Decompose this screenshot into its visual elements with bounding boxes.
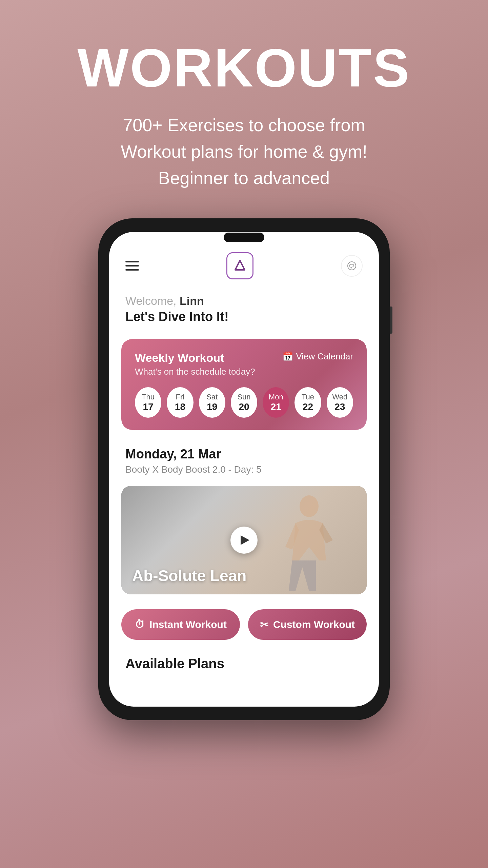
instant-workout-button[interactable]: ⏱ Instant Workout — [121, 609, 240, 640]
day-number: 23 — [334, 401, 345, 412]
chat-button[interactable] — [341, 255, 363, 277]
date-title: Monday, 21 Mar — [125, 447, 363, 461]
day-circle-wed[interactable]: Wed23 — [327, 387, 353, 418]
day-number: 19 — [207, 401, 217, 412]
main-title: WORKOUTS — [77, 41, 410, 95]
available-plans-section: Available Plans — [109, 649, 379, 685]
day-number: 18 — [175, 401, 185, 412]
day-name: Thu — [142, 393, 155, 401]
day-circle-thu[interactable]: Thu17 — [135, 387, 161, 418]
day-circle-mon[interactable]: Mon21 — [263, 387, 289, 418]
welcome-text: Welcome, Linn — [125, 294, 363, 308]
svg-point-0 — [348, 262, 356, 270]
day-number: 22 — [303, 401, 313, 412]
day-name: Sun — [237, 393, 250, 401]
phone-screen: Welcome, Linn Let's Dive Into It! Weekly… — [109, 232, 379, 707]
weekly-card-subtitle: What's on the schedule today? — [135, 367, 255, 377]
day-name: Tue — [302, 393, 314, 401]
day-circle-fri[interactable]: Fri18 — [167, 387, 193, 418]
person-silhouette — [272, 493, 346, 594]
day-number: 21 — [271, 401, 281, 412]
day-name: Sat — [206, 393, 218, 401]
day-name: Wed — [332, 393, 347, 401]
custom-workout-button[interactable]: ✂ Custom Workout — [248, 609, 367, 640]
weekly-card-title: Weekly Workout — [135, 351, 255, 364]
workout-video-card[interactable]: Ab-Solute Lean — [121, 486, 367, 594]
svg-point-1 — [300, 495, 319, 517]
day-name: Fri — [176, 393, 185, 401]
custom-icon: ✂ — [260, 619, 268, 631]
app-logo — [226, 252, 253, 279]
workout-name: Booty X Body Boost 2.0 - Day: 5 — [125, 464, 363, 475]
days-row: Thu17Fri18Sat19Sun20Mon21Tue22Wed23 — [135, 387, 353, 418]
title-section: WORKOUTS 700+ Exercises to choose from W… — [50, 41, 438, 191]
day-name: Mon — [269, 393, 283, 401]
phone-mockup: Welcome, Linn Let's Dive Into It! Weekly… — [98, 218, 390, 720]
view-calendar-button[interactable]: 📅 View Calendar — [282, 351, 353, 362]
available-plans-title: Available Plans — [125, 656, 363, 671]
hamburger-menu-button[interactable] — [125, 261, 139, 271]
calendar-icon: 📅 — [282, 351, 293, 362]
day-circle-sun[interactable]: Sun20 — [231, 387, 257, 418]
video-title: Ab-Solute Lean — [132, 567, 246, 585]
day-circle-sat[interactable]: Sat19 — [199, 387, 225, 418]
weekly-card-header: Weekly Workout What's on the schedule to… — [135, 351, 353, 377]
day-number: 17 — [143, 401, 154, 412]
page-content: WORKOUTS 700+ Exercises to choose from W… — [0, 0, 488, 720]
day-circle-tue[interactable]: Tue22 — [294, 387, 321, 418]
app-header — [109, 232, 379, 288]
bottom-buttons: ⏱ Instant Workout ✂ Custom Workout — [109, 600, 379, 649]
day-number: 20 — [239, 401, 249, 412]
subtitle: 700+ Exercises to choose from Workout pl… — [77, 112, 410, 191]
tagline: Let's Dive Into It! — [125, 310, 363, 324]
instant-icon: ⏱ — [135, 619, 145, 630]
weekly-workout-card: Weekly Workout What's on the schedule to… — [121, 339, 367, 430]
play-button[interactable] — [230, 527, 258, 554]
welcome-section: Welcome, Linn Let's Dive Into It! — [109, 288, 379, 332]
date-info: Monday, 21 Mar Booty X Body Boost 2.0 - … — [109, 437, 379, 480]
phone-outer: Welcome, Linn Let's Dive Into It! Weekly… — [98, 218, 390, 720]
